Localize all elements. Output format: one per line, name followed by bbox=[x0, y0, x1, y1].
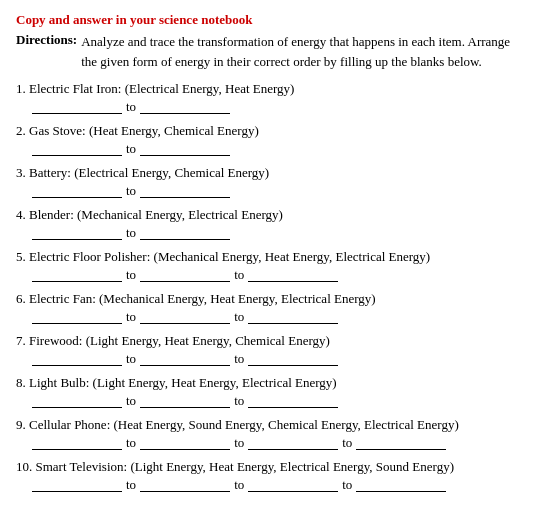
to-label: to bbox=[342, 477, 352, 493]
item-title: 7. Firewood: (Light Energy, Heat Energy,… bbox=[16, 333, 523, 349]
to-label: to bbox=[126, 99, 136, 115]
list-item: 9. Cellular Phone: (Heat Energy, Sound E… bbox=[16, 417, 523, 451]
directions-text: Analyze and trace the transformation of … bbox=[81, 32, 523, 71]
item-title: 8. Light Bulb: (Light Energy, Heat Energ… bbox=[16, 375, 523, 391]
item-title: 1. Electric Flat Iron: (Electrical Energ… bbox=[16, 81, 523, 97]
answer-blank[interactable] bbox=[32, 436, 122, 450]
answer-blank[interactable] bbox=[140, 478, 230, 492]
header-instruction: Copy and answer in your science notebook bbox=[16, 12, 523, 28]
directions-label: Directions: bbox=[16, 32, 77, 71]
answer-blank[interactable] bbox=[248, 478, 338, 492]
answer-blank[interactable] bbox=[140, 268, 230, 282]
answer-blank[interactable] bbox=[32, 268, 122, 282]
to-label: to bbox=[234, 393, 244, 409]
answer-blank[interactable] bbox=[140, 226, 230, 240]
to-label: to bbox=[234, 435, 244, 451]
item-title: 3. Battery: (Electrical Energy, Chemical… bbox=[16, 165, 523, 181]
item-title: 2. Gas Stove: (Heat Energy, Chemical Ene… bbox=[16, 123, 523, 139]
blanks-line: toto bbox=[16, 309, 523, 325]
item-title: 4. Blender: (Mechanical Energy, Electric… bbox=[16, 207, 523, 223]
answer-blank[interactable] bbox=[140, 394, 230, 408]
answer-blank[interactable] bbox=[140, 100, 230, 114]
blanks-line: to bbox=[16, 225, 523, 241]
blanks-line: toto bbox=[16, 267, 523, 283]
list-item: 4. Blender: (Mechanical Energy, Electric… bbox=[16, 207, 523, 241]
list-item: 1. Electric Flat Iron: (Electrical Energ… bbox=[16, 81, 523, 115]
to-label: to bbox=[126, 351, 136, 367]
to-label: to bbox=[342, 435, 352, 451]
to-label: to bbox=[126, 393, 136, 409]
answer-blank[interactable] bbox=[356, 436, 446, 450]
blanks-line: toto bbox=[16, 351, 523, 367]
answer-blank[interactable] bbox=[248, 352, 338, 366]
answer-blank[interactable] bbox=[32, 394, 122, 408]
answer-blank[interactable] bbox=[32, 352, 122, 366]
to-label: to bbox=[234, 309, 244, 325]
answer-blank[interactable] bbox=[248, 394, 338, 408]
blanks-line: to bbox=[16, 99, 523, 115]
answer-blank[interactable] bbox=[140, 310, 230, 324]
to-label: to bbox=[126, 267, 136, 283]
to-label: to bbox=[126, 183, 136, 199]
blanks-line: tototo bbox=[16, 435, 523, 451]
to-label: to bbox=[126, 477, 136, 493]
to-label: to bbox=[234, 477, 244, 493]
answer-blank[interactable] bbox=[32, 310, 122, 324]
blanks-line: to bbox=[16, 141, 523, 157]
list-item: 5. Electric Floor Polisher: (Mechanical … bbox=[16, 249, 523, 283]
list-item: 3. Battery: (Electrical Energy, Chemical… bbox=[16, 165, 523, 199]
answer-blank[interactable] bbox=[32, 142, 122, 156]
item-title: 10. Smart Television: (Light Energy, Hea… bbox=[16, 459, 523, 475]
blanks-line: to bbox=[16, 183, 523, 199]
answer-blank[interactable] bbox=[356, 478, 446, 492]
list-item: 7. Firewood: (Light Energy, Heat Energy,… bbox=[16, 333, 523, 367]
list-item: 6. Electric Fan: (Mechanical Energy, Hea… bbox=[16, 291, 523, 325]
list-item: 2. Gas Stove: (Heat Energy, Chemical Ene… bbox=[16, 123, 523, 157]
to-label: to bbox=[126, 435, 136, 451]
answer-blank[interactable] bbox=[32, 100, 122, 114]
answer-blank[interactable] bbox=[140, 436, 230, 450]
answer-blank[interactable] bbox=[140, 142, 230, 156]
item-title: 6. Electric Fan: (Mechanical Energy, Hea… bbox=[16, 291, 523, 307]
to-label: to bbox=[126, 225, 136, 241]
answer-blank[interactable] bbox=[248, 436, 338, 450]
blanks-line: toto bbox=[16, 393, 523, 409]
item-title: 5. Electric Floor Polisher: (Mechanical … bbox=[16, 249, 523, 265]
answer-blank[interactable] bbox=[140, 184, 230, 198]
list-item: 8. Light Bulb: (Light Energy, Heat Energ… bbox=[16, 375, 523, 409]
answer-blank[interactable] bbox=[140, 352, 230, 366]
to-label: to bbox=[126, 141, 136, 157]
to-label: to bbox=[234, 267, 244, 283]
to-label: to bbox=[234, 351, 244, 367]
to-label: to bbox=[126, 309, 136, 325]
answer-blank[interactable] bbox=[248, 310, 338, 324]
answer-blank[interactable] bbox=[32, 184, 122, 198]
blanks-line: tototo bbox=[16, 477, 523, 493]
item-title: 9. Cellular Phone: (Heat Energy, Sound E… bbox=[16, 417, 523, 433]
answer-blank[interactable] bbox=[248, 268, 338, 282]
answer-blank[interactable] bbox=[32, 226, 122, 240]
list-item: 10. Smart Television: (Light Energy, Hea… bbox=[16, 459, 523, 493]
answer-blank[interactable] bbox=[32, 478, 122, 492]
